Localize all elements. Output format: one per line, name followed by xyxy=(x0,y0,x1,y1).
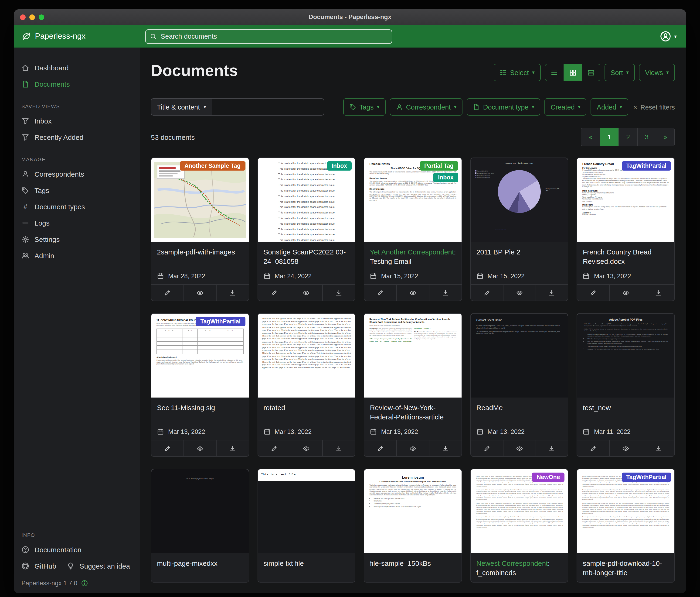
document-title[interactable]: Newest Correspondent: f_combineds xyxy=(476,559,562,577)
document-thumbnail[interactable]: This is a multi page document. Page 1. xyxy=(151,469,248,553)
sidebar-item-suggest-an-idea[interactable]: Suggest an idea xyxy=(59,558,133,574)
document-card[interactable]: Patient BP Distribution 2011Normal, 232,… xyxy=(470,158,569,301)
document-card[interactable]: Lorem ipsumLorem ipsum dolor sit amet, c… xyxy=(364,469,462,582)
sidebar-item-admin[interactable]: Admin xyxy=(14,247,140,264)
document-thumbnail[interactable]: This is a test file. xyxy=(258,469,355,553)
user-menu[interactable]: ▾ xyxy=(660,31,679,42)
download-document-button[interactable] xyxy=(323,285,355,301)
next-page-button[interactable]: » xyxy=(656,128,674,146)
edit-document-button[interactable] xyxy=(577,285,609,301)
view-document-button[interactable] xyxy=(396,440,429,456)
page-1-button[interactable]: 1 xyxy=(600,128,619,146)
document-card[interactable]: This is the text that appears on the fir… xyxy=(257,313,355,457)
document-title[interactable]: test_new xyxy=(583,403,669,422)
download-document-button[interactable] xyxy=(323,440,355,456)
download-document-button[interactable] xyxy=(535,440,568,456)
filter-tags-button[interactable]: Tags▾ xyxy=(343,98,385,116)
document-title[interactable]: simple txt file xyxy=(264,559,349,577)
sidebar-item-inbox[interactable]: Inbox xyxy=(14,113,140,129)
document-title[interactable]: Review-of-New-York-Federal-Petitions-art… xyxy=(370,403,456,422)
view-document-button[interactable] xyxy=(290,440,323,456)
prev-page-button[interactable]: « xyxy=(581,128,600,146)
document-thumbnail[interactable]: Release NotesSimba ODBC Driver for SQL S… xyxy=(364,158,461,242)
document-title[interactable]: ReadMe xyxy=(476,403,562,422)
edit-document-button[interactable] xyxy=(471,440,503,456)
download-document-button[interactable] xyxy=(429,440,461,456)
edit-document-button[interactable] xyxy=(364,440,396,456)
tag-chip[interactable]: Partial Tag xyxy=(420,161,458,171)
edit-document-button[interactable] xyxy=(471,285,503,301)
sidebar-item-github[interactable]: GitHub xyxy=(14,558,59,574)
sidebar-item-correspondents[interactable]: Correspondents xyxy=(14,166,140,182)
document-card[interactable]: Review of New York Federal Petitions for… xyxy=(364,313,462,457)
document-thumbnail[interactable]: Adobe Acrobat PDF FilesAdobe® Portable D… xyxy=(577,314,674,398)
document-card[interactable]: 11. CONTINUING MEDICAL EDUCATIONHave you… xyxy=(151,313,249,457)
download-document-button[interactable] xyxy=(216,440,248,456)
filter-field-button[interactable]: Title & content ▾ xyxy=(151,98,212,116)
document-card[interactable]: This is a test for the double space char… xyxy=(257,158,355,301)
view-document-button[interactable] xyxy=(290,285,323,301)
document-thumbnail[interactable]: Lorem ipsum dolor sit amet, consectetur … xyxy=(577,469,674,553)
document-title[interactable]: Sonstige ScanPC2022 03-24_081058 xyxy=(264,247,349,266)
zoom-window-button[interactable] xyxy=(39,14,44,20)
view-grid-button[interactable] xyxy=(564,64,582,80)
sidebar-item-recently-added[interactable]: Recently Added xyxy=(14,129,140,145)
view-document-button[interactable] xyxy=(183,440,216,456)
filter-created-button[interactable]: Created▾ xyxy=(545,98,586,116)
select-button[interactable]: Select ▾ xyxy=(494,64,541,81)
tag-chip[interactable]: Inbox xyxy=(433,173,458,182)
view-document-button[interactable] xyxy=(396,285,429,301)
page-3-button[interactable]: 3 xyxy=(637,128,656,146)
filter-added-button[interactable]: Added▾ xyxy=(591,98,628,116)
document-card[interactable]: Lorem ipsum dolor sit amet, consectetur … xyxy=(577,469,675,582)
edit-document-button[interactable] xyxy=(151,285,183,301)
document-thumbnail[interactable]: This is the text that appears on the fir… xyxy=(258,314,355,398)
document-card[interactable]: Release NotesSimba ODBC Driver for SQL S… xyxy=(364,158,462,301)
document-thumbnail[interactable]: Review of New York Federal Petitions for… xyxy=(364,314,461,398)
tag-chip[interactable]: Another Sample Tag xyxy=(180,161,245,171)
view-document-button[interactable] xyxy=(503,285,535,301)
filter-document-type-button[interactable]: Document type▾ xyxy=(467,98,540,116)
document-title[interactable]: French Country Bread Revised.docx xyxy=(583,247,669,266)
sidebar-item-dashboard[interactable]: Dashboard xyxy=(14,59,140,76)
document-thumbnail[interactable]: Patient BP Distribution 2011Normal, 232,… xyxy=(471,158,568,242)
tag-chip[interactable]: TagWithPartial xyxy=(196,317,245,326)
document-title[interactable]: 2011 BP Pie 2 xyxy=(476,247,562,266)
edit-document-button[interactable] xyxy=(364,285,396,301)
document-thumbnail[interactable]: Contact Sheet DemoGiven a set of image f… xyxy=(471,314,568,398)
sidebar-item-documentation[interactable]: Documentation xyxy=(14,542,140,558)
global-search[interactable] xyxy=(145,29,392,44)
download-document-button[interactable] xyxy=(535,285,568,301)
sidebar-item-documents[interactable]: Documents xyxy=(14,76,140,92)
download-document-button[interactable] xyxy=(429,285,461,301)
document-card[interactable]: This is a multi page document. Page 1.mu… xyxy=(151,469,249,582)
document-correspondent[interactable]: Newest Correspondent xyxy=(476,559,548,567)
document-title[interactable]: file-sample_150kBs xyxy=(370,559,456,577)
edit-document-button[interactable] xyxy=(258,440,290,456)
document-card[interactable]: Lorem ipsum dolor sit amet, consectetur … xyxy=(470,469,569,582)
minimize-window-button[interactable] xyxy=(29,14,35,20)
document-title[interactable]: multi-page-mixedxx xyxy=(157,559,243,577)
sidebar-item-tags[interactable]: Tags xyxy=(14,182,140,198)
document-title[interactable]: Sec 11-Missing sig xyxy=(157,403,243,422)
document-card[interactable]: Another Sample Tag2sample-pdf-with-image… xyxy=(151,158,249,301)
document-card[interactable]: Contact Sheet DemoGiven a set of image f… xyxy=(470,313,569,457)
document-thumbnail[interactable]: Lorem ipsumLorem ipsum dolor sit amet, c… xyxy=(364,469,461,553)
document-thumbnail[interactable]: Lorem ipsum dolor sit amet, consectetur … xyxy=(471,469,568,553)
document-title[interactable]: 2sample-pdf-with-images xyxy=(157,247,243,266)
reset-filters-button[interactable]: × Reset filters xyxy=(633,103,675,111)
edit-document-button[interactable] xyxy=(151,440,183,456)
document-title[interactable]: sample-pdf-download-10-mb-longer-title xyxy=(583,559,669,577)
document-thumbnail[interactable]: French Country BreadFor the Leaven:1 hea… xyxy=(577,158,674,242)
document-correspondent[interactable]: Yet Another Correspondent xyxy=(370,248,454,256)
document-card[interactable]: Adobe Acrobat PDF FilesAdobe® Portable D… xyxy=(577,313,675,457)
edit-document-button[interactable] xyxy=(258,285,290,301)
tag-chip[interactable]: TagWithPartial xyxy=(622,473,671,482)
filter-query-input[interactable] xyxy=(212,98,324,116)
document-thumbnail[interactable]: This is a test for the double space char… xyxy=(258,158,355,242)
document-thumbnail[interactable]: 11. CONTINUING MEDICAL EDUCATIONHave you… xyxy=(151,314,248,398)
views-button[interactable]: Views ▾ xyxy=(639,64,675,81)
view-document-button[interactable] xyxy=(609,440,642,456)
document-title[interactable]: Yet Another Correspondent: Testing Email xyxy=(370,247,456,266)
document-card[interactable]: French Country BreadFor the Leaven:1 hea… xyxy=(577,158,675,301)
